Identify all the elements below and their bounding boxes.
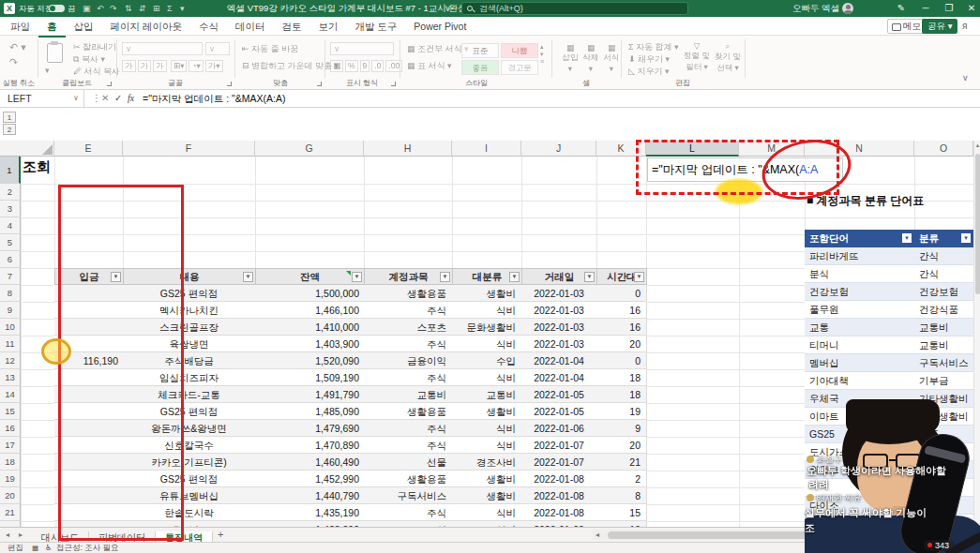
row-header-4[interactable]: 4 [0, 217, 21, 234]
sort-desc-icon[interactable]: ⇵ [139, 0, 146, 17]
ledger-cell-r13-deposit[interactable] [54, 369, 124, 386]
ribbon-tab-데이터[interactable]: 데이터 [227, 18, 274, 36]
redo-icon[interactable]: ↷ [110, 0, 117, 17]
ledger-cell-r14-hour[interactable]: 18 [596, 386, 647, 403]
macro-record-icon[interactable]: ▦ [32, 543, 38, 553]
ledger-cell-r19-date[interactable]: 2022-01-08 [521, 471, 597, 487]
cells-서식-button[interactable]: ▦ 서식 ▾ [602, 43, 621, 73]
ledger-cell-r12-deposit[interactable]: 116,190 [54, 352, 124, 369]
category-header-분류[interactable]: 분류▼ [914, 230, 973, 247]
ledger-cell-r18-desc[interactable]: 카카오(기프티콘) [123, 454, 256, 471]
ledger-cell-r14-category[interactable]: 교통비 [452, 386, 522, 403]
minimize-button[interactable]: ─ [917, 0, 934, 17]
category-cell-word[interactable]: 파리바게뜨 [805, 247, 914, 265]
row-header-17[interactable]: 17 [0, 437, 21, 454]
insert-function-icon[interactable]: fx [128, 90, 134, 107]
ledger-cell-r18-date[interactable]: 2022-01-07 [521, 454, 597, 471]
ledger-cell-r9-hour[interactable]: 16 [596, 302, 647, 319]
ledger-cell-r11-desc[interactable]: 육쌈냉면 [123, 336, 256, 352]
ledger-cell-r17-category[interactable]: 식비 [452, 437, 522, 454]
cell-d1[interactable]: 조회 [23, 158, 51, 176]
category-cell-class[interactable]: 건강식품 [914, 301, 973, 319]
filter-dropdown-icon[interactable]: ▼ [243, 272, 253, 282]
column-header-G[interactable]: G [255, 141, 364, 157]
category-cell-class[interactable]: 간식 [914, 247, 973, 265]
category-cell-class[interactable]: 교통비 [914, 336, 973, 354]
select-all-corner[interactable] [0, 141, 54, 157]
column-header-K[interactable]: K [596, 141, 646, 157]
ledger-cell-r18-account[interactable]: 선물 [364, 454, 453, 471]
ledger-cell-r13-category[interactable]: 식비 [452, 369, 522, 386]
cancel-entry-icon[interactable]: ✕ [101, 90, 109, 107]
ledger-cell-r11-deposit[interactable] [54, 336, 124, 352]
category-cell-word[interactable]: 교통 [805, 319, 914, 336]
row-header-21[interactable]: 21 [0, 504, 21, 521]
row-header-15[interactable]: 15 [0, 403, 21, 420]
ledger-cell-r16-date[interactable]: 2022-01-06 [521, 420, 597, 437]
ledger-cell-r20-deposit[interactable] [54, 487, 124, 504]
row-header-16[interactable]: 16 [0, 420, 21, 437]
row-header-2[interactable]: 2 [0, 184, 21, 201]
ledger-cell-r20-date[interactable]: 2022-01-08 [521, 487, 597, 504]
category-cell-class[interactable]: 교통비 [914, 319, 973, 336]
column-header-F[interactable]: F [123, 141, 255, 157]
ledger-cell-r8-category[interactable]: 생활비 [452, 285, 522, 302]
ledger-cell-r15-hour[interactable]: 19 [596, 403, 647, 420]
ledger-cell-r16-balance[interactable]: 1,479,690 [255, 420, 365, 437]
filter-dropdown-icon[interactable]: ▼ [111, 272, 121, 282]
find-select-button[interactable]: ⌕찾기 및 선택 ▾ [713, 41, 743, 74]
ledger-cell-r13-desc[interactable]: 임실치즈피자 [123, 369, 256, 386]
clear-button[interactable]: ◺ 지우기 ▾ [628, 66, 669, 78]
format-painter-button[interactable]: 🖉 서식 복사 [73, 66, 120, 78]
ledger-cell-r8-balance[interactable]: 1,500,000 [255, 285, 365, 302]
vertical-scroll-thumb[interactable] [975, 154, 980, 294]
ribbon-tab-파일[interactable]: 파일 [2, 18, 38, 36]
ledger-cell-r10-category[interactable]: 문화생활비 [452, 319, 522, 336]
ledger-cell-r11-hour[interactable]: 20 [596, 336, 647, 352]
ledger-cell-r12-desc[interactable]: 주식배당금 [123, 352, 256, 369]
ledger-cell-r11-category[interactable]: 식비 [452, 336, 522, 352]
account-name[interactable]: 오빠두 엑셀 [792, 0, 839, 17]
ledger-cell-r9-balance[interactable]: 1,466,100 [255, 302, 365, 319]
row-header-5[interactable]: 5 [0, 234, 21, 251]
undo-icon[interactable]: ↶ ▾ [9, 41, 26, 53]
ledger-cell-r21-date[interactable]: 2022-01-08 [521, 504, 597, 521]
ledger-cell-r16-account[interactable]: 주식 [364, 420, 453, 437]
ledger-cell-r17-desc[interactable]: 신호칼국수 [123, 437, 256, 454]
paste-caret[interactable]: ▾ [45, 66, 50, 75]
ledger-cell-r9-date[interactable]: 2022-01-03 [521, 302, 597, 319]
ledger-cell-r14-balance[interactable]: 1,491,790 [255, 386, 365, 403]
autosum-icon[interactable]: Σ [167, 0, 173, 17]
ledger-cell-r17-date[interactable]: 2022-01-07 [521, 437, 597, 454]
ledger-cell-r10-date[interactable]: 2022-01-03 [521, 319, 597, 336]
row-header-12[interactable]: 12 [0, 352, 21, 369]
cells-삭제-button[interactable]: ▦ 삭제 ▾ [581, 43, 600, 73]
ledger-cell-r18-category[interactable]: 경조사비 [452, 454, 522, 471]
row-header-13[interactable]: 13 [0, 369, 21, 386]
ledger-cell-r21-balance[interactable]: 1,435,190 [255, 504, 365, 521]
sheet-nav-right-icon[interactable]: ▸ [19, 528, 23, 542]
autosave-toggle[interactable] [49, 5, 65, 12]
ledger-cell-r10-account[interactable]: 스포츠 [364, 319, 453, 336]
borders-icon[interactable]: ⊞ [153, 0, 160, 17]
ledger-cell-r10-desc[interactable]: 스크린골프장 [123, 319, 256, 336]
number-launcher-icon[interactable] [391, 82, 396, 86]
ledger-cell-r12-account[interactable]: 금융이익 [364, 352, 453, 369]
row-header-1[interactable]: 1 [0, 157, 21, 184]
ledger-cell-r19-account[interactable]: 생활용품 [364, 471, 453, 487]
category-cell-word[interactable]: 기아대책 [805, 372, 914, 390]
ledger-cell-r21-account[interactable]: 주식 [364, 504, 453, 521]
column-header-E[interactable]: E [54, 141, 123, 157]
row-header-11[interactable]: 11 [0, 336, 21, 352]
row-header-18[interactable]: 18 [0, 454, 21, 471]
account-avatar[interactable] [842, 3, 853, 14]
filter-dropdown-icon[interactable]: ▼ [352, 272, 362, 282]
filter-header-입금[interactable]: 입금▼ [54, 268, 124, 285]
cells-삽입-button[interactable]: ▦ 삽입 ▾ [561, 43, 580, 73]
ledger-cell-r21-deposit[interactable] [54, 504, 124, 521]
cell-style-좋음[interactable]: 좋음 [461, 60, 499, 75]
ledger-cell-r15-desc[interactable]: GS25 편의점 [123, 403, 256, 420]
number-format-select[interactable]: ∨ [330, 42, 394, 55]
filter-dropdown-icon[interactable]: ▼ [440, 272, 450, 282]
filter-dropdown-icon[interactable]: ▼ [509, 272, 520, 282]
